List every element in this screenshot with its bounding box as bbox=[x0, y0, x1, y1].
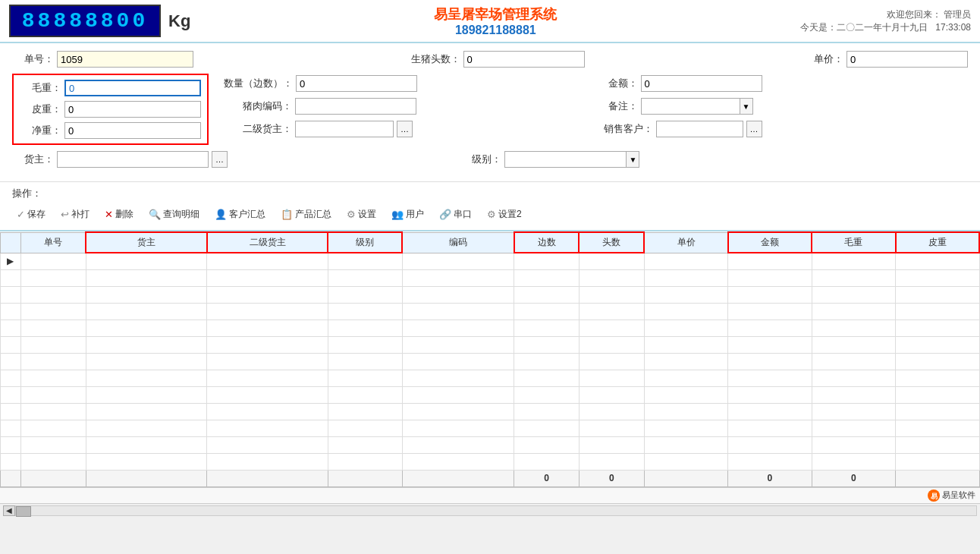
unit-price-label: 单价： bbox=[802, 52, 843, 66]
pork-code-group: 猪肉编码： bbox=[224, 98, 589, 115]
save-button[interactable]: ✓ 保存 bbox=[12, 206, 50, 222]
col-owner: 货主 bbox=[86, 232, 206, 253]
sales-customer-input[interactable] bbox=[656, 121, 743, 137]
product-icon: 📋 bbox=[281, 209, 293, 220]
secondary-owner-input[interactable] bbox=[295, 121, 394, 137]
grade-group: 级别： ▼ bbox=[460, 151, 639, 168]
amount-label: 金额： bbox=[604, 77, 638, 90]
grade-dropdown-btn[interactable]: ▼ bbox=[626, 151, 639, 168]
settings-button[interactable]: ⚙ 设置 bbox=[342, 206, 381, 222]
sales-customer-browse[interactable]: … bbox=[746, 121, 762, 137]
amount-input[interactable] bbox=[641, 75, 762, 92]
customer-summary-button[interactable]: 👤 客户汇总 bbox=[210, 206, 270, 222]
product-summary-button[interactable]: 📋 产品汇总 bbox=[276, 206, 336, 222]
quantity-group: 数量（边数）： bbox=[224, 75, 589, 92]
form-row-3: 货主： … 级别： ▼ bbox=[12, 151, 968, 168]
search-icon: 🔍 bbox=[149, 209, 161, 220]
query-button[interactable]: 🔍 查询明细 bbox=[144, 206, 204, 222]
footer-amount-total: 0 bbox=[728, 470, 812, 486]
settings2-label: 设置2 bbox=[498, 208, 522, 221]
table-row bbox=[1, 386, 980, 403]
grade-label: 级别： bbox=[460, 153, 501, 166]
customer-summary-label: 客户汇总 bbox=[229, 208, 265, 221]
reprint-button[interactable]: ↩ 补打 bbox=[56, 206, 94, 222]
table-row bbox=[1, 370, 980, 386]
remark-dropdown-btn[interactable]: ▼ bbox=[740, 98, 753, 115]
scroll-left-btn[interactable]: ◀ bbox=[3, 505, 15, 516]
pork-code-input[interactable] bbox=[295, 98, 416, 115]
delete-icon: ✕ bbox=[105, 209, 113, 220]
settings-icon: ⚙ bbox=[347, 209, 356, 220]
owner-input[interactable] bbox=[57, 151, 209, 168]
scrollbar[interactable]: ◀ bbox=[0, 503, 980, 518]
user-icon: 👥 bbox=[391, 209, 404, 220]
delete-button[interactable]: ✕ 删除 bbox=[100, 206, 138, 222]
gross-weight-input[interactable] bbox=[64, 80, 201, 96]
owner-label: 货主： bbox=[12, 153, 54, 166]
tare-input[interactable] bbox=[64, 101, 201, 118]
grade-input[interactable] bbox=[504, 151, 626, 168]
pig-count-input[interactable] bbox=[463, 51, 585, 68]
net-weight-input[interactable] bbox=[64, 122, 201, 139]
table-row bbox=[1, 303, 980, 319]
col-amount: 金额 bbox=[728, 232, 812, 253]
remark-group: 备注： ▼ bbox=[604, 98, 969, 115]
row-secondary-owner bbox=[207, 253, 328, 269]
footer-gross-total: 0 bbox=[812, 470, 895, 486]
quantity-label: 数量（边数）： bbox=[224, 77, 293, 90]
unit-price-group: 单价： bbox=[802, 51, 968, 68]
gross-weight-group: 毛重： bbox=[20, 80, 201, 96]
col-grade: 级别 bbox=[328, 232, 402, 253]
footer-empty-3 bbox=[86, 470, 206, 486]
product-summary-label: 产品汇总 bbox=[295, 208, 331, 221]
table-row-pointer: ▶ bbox=[1, 253, 980, 269]
settings-label: 设置 bbox=[358, 208, 376, 221]
col-arrow bbox=[1, 232, 21, 253]
serial-button[interactable]: 🔗 串口 bbox=[435, 206, 476, 222]
scroll-thumb[interactable] bbox=[16, 506, 31, 517]
username: 管理员 bbox=[944, 9, 971, 20]
net-weight-group: 净重： bbox=[20, 122, 201, 139]
order-no-input[interactable] bbox=[57, 51, 193, 68]
reprint-icon: ↩ bbox=[61, 209, 69, 220]
col-tare: 皮重 bbox=[896, 232, 980, 253]
form-row-1: 单号： 生猪头数： 单价： bbox=[12, 51, 968, 68]
footer-empty-1 bbox=[1, 470, 21, 486]
unit-price-input[interactable] bbox=[847, 51, 968, 68]
weight-box: 毛重： 皮重： 净重： bbox=[12, 74, 209, 145]
serial-label: 串口 bbox=[454, 208, 472, 221]
sales-customer-group: 销售客户： … bbox=[604, 121, 969, 137]
users-label: 用户 bbox=[406, 208, 424, 221]
footer-empty-2 bbox=[20, 470, 86, 486]
kg-label: Kg bbox=[168, 11, 190, 31]
remark-input[interactable] bbox=[641, 98, 740, 115]
col-code: 编码 bbox=[402, 232, 514, 253]
row-grade bbox=[328, 253, 402, 269]
brand-badge: 易 易呈软件 bbox=[928, 489, 975, 502]
pig-count-label: 生猪头数： bbox=[411, 52, 460, 66]
owner-browse[interactable]: … bbox=[212, 151, 228, 168]
users-button[interactable]: 👥 用户 bbox=[387, 206, 429, 222]
settings2-icon: ⚙ bbox=[487, 209, 496, 220]
operations-buttons: ✓ 保存 ↩ 补打 ✕ 删除 🔍 查询明细 👤 客户汇总 📋 产品汇总 ⚙ 设置… bbox=[12, 203, 968, 225]
settings2-button[interactable]: ⚙ 设置2 bbox=[482, 206, 526, 222]
brand-label: 易呈软件 bbox=[942, 489, 975, 501]
row-tare bbox=[896, 253, 980, 269]
scroll-track[interactable] bbox=[15, 505, 977, 516]
operations-label: 操作： bbox=[12, 187, 968, 200]
tare-group: 皮重： bbox=[20, 101, 201, 118]
sales-customer-label: 销售客户： bbox=[604, 122, 653, 136]
row-order-no bbox=[20, 253, 86, 269]
order-no-label: 单号： bbox=[12, 52, 54, 66]
header: 88888800 Kg 易呈屠宰场管理系统 189821188881 欢迎您回来… bbox=[0, 0, 980, 43]
footer-empty-5 bbox=[328, 470, 402, 486]
col-order-no: 单号 bbox=[20, 232, 86, 253]
quantity-input[interactable] bbox=[296, 75, 417, 92]
delete-label: 删除 bbox=[115, 208, 133, 221]
col-gross: 毛重 bbox=[812, 232, 895, 253]
row-owner bbox=[86, 253, 206, 269]
secondary-owner-browse[interactable]: … bbox=[397, 121, 413, 137]
pig-count-group: 生猪头数： bbox=[411, 51, 585, 68]
row-pointer: ▶ bbox=[1, 253, 21, 269]
net-weight-label: 净重： bbox=[20, 124, 61, 137]
